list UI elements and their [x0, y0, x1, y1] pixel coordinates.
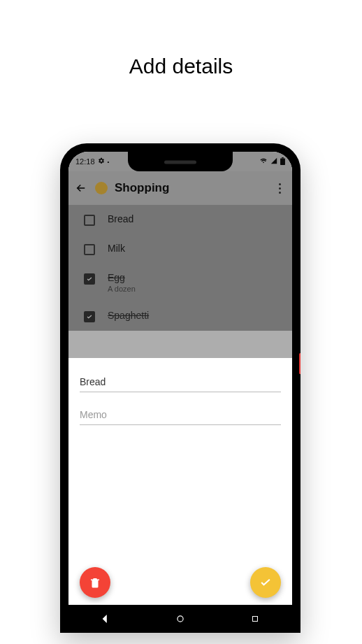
phone-notch — [128, 152, 233, 171]
confirm-button[interactable] — [250, 567, 281, 598]
item-name-input[interactable] — [80, 372, 281, 392]
android-nav-bar — [68, 605, 292, 633]
memo-input[interactable] — [80, 405, 281, 425]
phone-frame: 12:18 • — [60, 143, 301, 633]
nav-recents-button[interactable] — [249, 613, 261, 625]
delete-button[interactable] — [80, 567, 110, 598]
phone-side-accent — [299, 353, 301, 374]
svg-point-2 — [178, 616, 183, 622]
detail-sheet — [68, 358, 292, 633]
svg-rect-3 — [252, 617, 257, 622]
nav-back-button[interactable] — [99, 613, 112, 625]
page-title: Add details — [0, 0, 362, 78]
phone-screen: 12:18 • — [68, 152, 292, 633]
nav-home-button[interactable] — [174, 613, 187, 625]
